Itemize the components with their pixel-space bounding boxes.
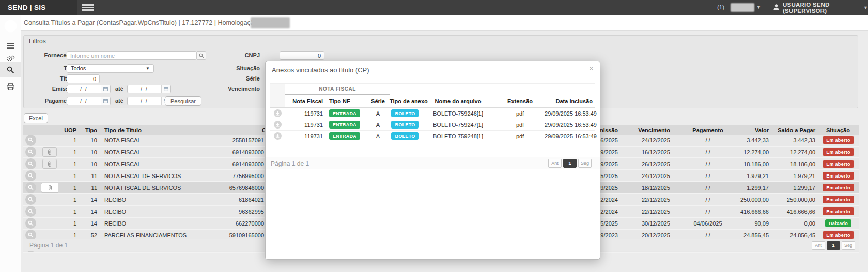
chevron-down-icon: ▼ bbox=[863, 5, 868, 10]
cell-nota-fiscal: 119731 bbox=[285, 131, 325, 142]
row-search-icon[interactable] bbox=[25, 147, 36, 157]
modal-pagination: Ant 1 Seg bbox=[548, 159, 592, 168]
col-serie: Série bbox=[366, 95, 390, 108]
download-icon[interactable] bbox=[274, 109, 282, 117]
pesquisar-button[interactable]: Pesquisar bbox=[165, 96, 202, 106]
current-page-button[interactable]: 1 bbox=[827, 241, 840, 250]
modal-next-page-button[interactable]: Seg bbox=[578, 159, 592, 168]
excel-button[interactable]: Excel bbox=[24, 113, 48, 123]
cell-tipo-titulo: RECIBO bbox=[99, 217, 194, 229]
emissao-to-input[interactable]: / / bbox=[127, 85, 171, 93]
modal-prev-page-button[interactable]: Ant bbox=[548, 159, 562, 168]
cell-valor: 250.000,00 bbox=[731, 194, 771, 205]
user-menu[interactable]: USUARIO SEND (SUPERVISOR) ▼ bbox=[773, 0, 868, 15]
row-search-icon[interactable] bbox=[25, 194, 36, 205]
calendar-icon[interactable] bbox=[161, 85, 171, 93]
attachment-paperclip-icon[interactable] bbox=[41, 183, 58, 193]
prev-page-button[interactable]: Ant bbox=[812, 241, 825, 250]
cell-valor: 1.299,17 bbox=[731, 182, 771, 194]
modal-header-row: Nota Fiscal Tipo NF Série Tipo de anexo … bbox=[270, 95, 595, 108]
row-search-icon[interactable] bbox=[25, 218, 36, 229]
search-icon[interactable] bbox=[0, 62, 21, 77]
cell-tipo: 10 bbox=[79, 135, 99, 146]
close-icon[interactable]: × bbox=[589, 64, 594, 73]
tipo-select[interactable]: Todos ▼ bbox=[67, 64, 154, 73]
cnpj-input[interactable] bbox=[280, 51, 324, 60]
status-badge: Em aberto bbox=[823, 231, 854, 239]
cell-valor: 90,09 bbox=[731, 217, 771, 229]
cell-tipo: 14 bbox=[79, 205, 99, 217]
env-redacted-value[interactable] bbox=[731, 3, 754, 12]
cell-uop: 1 bbox=[58, 205, 79, 217]
user-icon bbox=[773, 3, 780, 12]
screen: SEND | SIS (1) - ▼ USUARIO SEND (SUPERVI… bbox=[0, 0, 868, 272]
cell-uop: 1 bbox=[58, 146, 79, 158]
cell-saldo: 0,00 bbox=[771, 217, 817, 229]
row-search-icon[interactable] bbox=[25, 230, 36, 241]
user-name: USUARIO SEND (SUPERVISOR) bbox=[783, 2, 860, 14]
cell-saldo: 416.666,66 bbox=[771, 205, 817, 217]
attachment-row[interactable]: 119731 ENTRADA A BOLETO BOLETO-759248[1]… bbox=[270, 131, 595, 142]
download-icon[interactable] bbox=[274, 121, 282, 129]
cell-pagamento: / / bbox=[685, 182, 731, 194]
col-cnpj: CNPJ bbox=[194, 125, 266, 135]
page-indicator: Página 1 de 1 bbox=[29, 239, 68, 251]
pagamento-ate-label: até bbox=[115, 97, 123, 105]
cell-tipo-titulo: NOTA FISCAL DE SERVICOS bbox=[99, 170, 194, 182]
cell-extensao: pdf bbox=[495, 131, 545, 142]
attachment-row[interactable]: 119731 ENTRADA A BOLETO BOLETO-759247[1]… bbox=[270, 119, 595, 131]
cell-vencimento: 26/12/2025 bbox=[620, 158, 685, 170]
hamburger-menu-icon[interactable] bbox=[82, 4, 94, 11]
attachment-paperclip-icon[interactable] bbox=[42, 147, 57, 157]
fornecedor-input[interactable] bbox=[67, 51, 197, 60]
cell-valor: 12.274,00 bbox=[731, 146, 771, 158]
col-pagamento: Pagamento bbox=[685, 125, 731, 135]
attachment-paperclip-icon[interactable] bbox=[42, 159, 57, 169]
cell-valor: 416.666,66 bbox=[731, 205, 771, 217]
row-search-icon[interactable] bbox=[25, 135, 36, 146]
title-redacted-block bbox=[251, 17, 290, 28]
row-search-icon[interactable] bbox=[25, 182, 36, 193]
modal-current-page-button[interactable]: 1 bbox=[563, 159, 577, 168]
attachments-modal: Anexos vinculados ao título (CP) × NOTA … bbox=[265, 61, 600, 260]
cell-cnpj: 61864021 bbox=[194, 194, 266, 205]
tipo-nf-badge: ENTRADA bbox=[329, 132, 360, 140]
cell-vencimento: 24/12/2025 bbox=[620, 135, 685, 146]
cell-uop: 1 bbox=[58, 182, 79, 194]
pagamento-from-input[interactable]: / / bbox=[67, 97, 111, 105]
cell-nota-fiscal: 119731 bbox=[285, 119, 325, 131]
group-header-nota-fiscal: NOTA FISCAL bbox=[285, 84, 390, 95]
printer-icon[interactable] bbox=[0, 80, 21, 93]
row-search-icon[interactable] bbox=[25, 170, 36, 181]
row-search-icon[interactable] bbox=[25, 158, 36, 169]
attachment-row[interactable]: 119731 ENTRADA A BOLETO BOLETO-759246[1]… bbox=[270, 108, 595, 119]
next-page-button[interactable]: Seg bbox=[842, 241, 855, 250]
chevron-down-icon: ▼ bbox=[146, 65, 150, 72]
status-badge: Em aberto bbox=[823, 196, 854, 203]
cell-serie: A bbox=[366, 108, 390, 119]
cell-tipo: 14 bbox=[79, 194, 99, 205]
menu-list-icon[interactable] bbox=[0, 39, 21, 53]
cell-uop: 1 bbox=[58, 170, 79, 182]
status-badge: Baixado bbox=[825, 219, 851, 227]
cell-pagamento: / / bbox=[685, 170, 731, 182]
row-search-icon[interactable] bbox=[25, 206, 36, 217]
cell-nome-arquivo: BOLETO-759247[1] bbox=[421, 119, 495, 131]
fornecedor-search-icon[interactable] bbox=[197, 51, 206, 60]
chevron-down-icon[interactable]: ▼ bbox=[756, 5, 761, 10]
filters-header: Filtros bbox=[24, 36, 858, 47]
cell-vencimento: 30/12/2025 bbox=[620, 217, 685, 229]
group-header-row: NOTA FISCAL bbox=[270, 84, 595, 95]
download-icon[interactable] bbox=[274, 132, 282, 140]
emissao-from-input[interactable]: / / bbox=[67, 85, 111, 93]
cell-pagamento: 04/06/2025 bbox=[685, 217, 731, 229]
app-logo[interactable] bbox=[0, 19, 21, 33]
cell-nome-arquivo: BOLETO-759248[1] bbox=[421, 131, 495, 142]
app-brand: SEND | SIS bbox=[8, 0, 46, 15]
cell-data-inclusao: 29/09/2025 16:53:49 bbox=[545, 108, 595, 119]
calendar-icon[interactable] bbox=[101, 97, 110, 105]
calendar-icon[interactable] bbox=[101, 85, 110, 93]
cell-extensao: pdf bbox=[495, 119, 545, 131]
tipo-anexo-badge: BOLETO bbox=[391, 109, 419, 117]
titulo-input[interactable] bbox=[67, 74, 100, 83]
